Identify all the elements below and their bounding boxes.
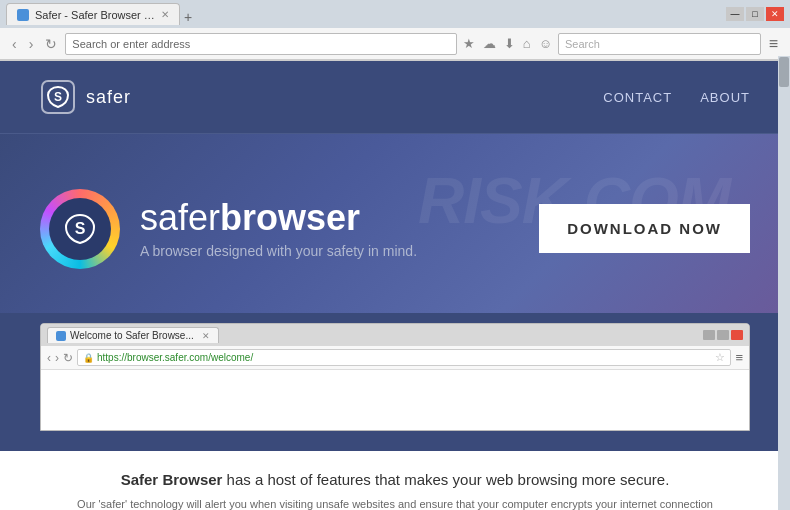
- home-icon[interactable]: ⌂: [521, 34, 533, 53]
- preview-close: [731, 330, 743, 340]
- close-button[interactable]: ✕: [766, 7, 784, 21]
- preview-refresh-button: ↻: [63, 351, 73, 365]
- address-bar[interactable]: Search or enter address: [65, 33, 456, 55]
- tab-favicon: [17, 9, 29, 21]
- window-controls: — □ ✕: [726, 7, 784, 21]
- site-header: S safer CONTACT ABOUT: [0, 61, 790, 133]
- hero-title-part2: browser: [220, 197, 360, 238]
- navigation-bar: ‹ › ↻ Search or enter address ★ ☁ ⬇ ⌂ ☺ …: [0, 28, 790, 60]
- search-bar[interactable]: Search: [558, 33, 761, 55]
- svg-text:S: S: [54, 90, 62, 104]
- browser-window: Safer - Safer Browser - Fast, Se... ✕ + …: [0, 0, 790, 510]
- scrollbar-thumb[interactable]: [779, 57, 789, 87]
- hero-section: RISK.COM S saferbrowser A browser design…: [0, 133, 790, 313]
- preview-navbar: ‹ › ↻ 🔒 https://browser.safer.com/welcom…: [41, 346, 749, 370]
- maximize-button[interactable]: □: [746, 7, 764, 21]
- back-button[interactable]: ‹: [8, 34, 21, 54]
- preview-address-bar: 🔒 https://browser.safer.com/welcome/ ☆: [77, 349, 731, 366]
- hero-title: saferbrowser: [140, 198, 417, 238]
- hero-logo-ring: S: [40, 189, 120, 269]
- browser-chrome: Safer - Safer Browser - Fast, Se... ✕ + …: [0, 0, 790, 61]
- safer-logo-icon: S: [40, 79, 76, 115]
- preview-lock-icon: 🔒: [83, 353, 94, 363]
- site-logo: S safer: [40, 79, 131, 115]
- site-navigation: CONTACT ABOUT: [603, 90, 750, 105]
- preview-win-controls: [703, 330, 743, 340]
- hero-text: saferbrowser A browser designed with you…: [140, 198, 417, 260]
- title-bar: Safer - Safer Browser - Fast, Se... ✕ + …: [0, 0, 790, 28]
- info-title: Safer Browser has a host of features tha…: [40, 471, 750, 488]
- logo-text: safer: [86, 87, 131, 108]
- website-content: S safer CONTACT ABOUT RISK.COM S: [0, 61, 790, 510]
- menu-button[interactable]: ≡: [765, 33, 782, 55]
- preview-tab: Welcome to Safer Browse... ✕: [47, 327, 219, 343]
- profile-icon[interactable]: ☺: [537, 34, 554, 53]
- tab-area: Safer - Safer Browser - Fast, Se... ✕ +: [6, 3, 196, 25]
- preview-forward-button: ›: [55, 351, 59, 365]
- preview-content-area: [41, 370, 749, 430]
- hero-left: S saferbrowser A browser designed with y…: [40, 189, 417, 269]
- preview-url: https://browser.safer.com/welcome/: [97, 352, 253, 363]
- refresh-button[interactable]: ↻: [41, 34, 61, 54]
- browser-preview-section: Welcome to Safer Browse... ✕ ‹ › ↻ 🔒: [0, 313, 790, 451]
- hero-logo-svg: S: [60, 209, 100, 249]
- minimize-button[interactable]: —: [726, 7, 744, 21]
- svg-text:S: S: [75, 220, 86, 237]
- tab-close-button[interactable]: ✕: [161, 9, 169, 20]
- browser-preview: Welcome to Safer Browse... ✕ ‹ › ↻ 🔒: [40, 323, 750, 431]
- hero-subtitle: A browser designed with your safety in m…: [140, 243, 417, 259]
- scrollbar[interactable]: [778, 56, 790, 510]
- preview-back-button: ‹: [47, 351, 51, 365]
- forward-button[interactable]: ›: [25, 34, 38, 54]
- cloud-icon[interactable]: ☁: [481, 34, 498, 53]
- title-bar-left: Safer - Safer Browser - Fast, Se... ✕ +: [6, 3, 196, 25]
- info-title-rest: has a host of features that makes your w…: [222, 471, 669, 488]
- preview-tab-close: ✕: [202, 331, 210, 341]
- about-nav-link[interactable]: ABOUT: [700, 90, 750, 105]
- search-placeholder: Search: [565, 38, 600, 50]
- preview-star-icon: ☆: [715, 351, 725, 364]
- info-title-strong: Safer Browser: [121, 471, 223, 488]
- info-body: Our 'safer' technology will alert you wh…: [55, 496, 735, 510]
- download-icon[interactable]: ⬇: [502, 34, 517, 53]
- preview-titlebar: Welcome to Safer Browse... ✕: [41, 324, 749, 346]
- bookmark-icon[interactable]: ★: [461, 34, 477, 53]
- contact-nav-link[interactable]: CONTACT: [603, 90, 672, 105]
- preview-tab-title: Welcome to Safer Browse...: [70, 330, 194, 341]
- download-now-button[interactable]: DOWNLOAD NOW: [539, 204, 750, 253]
- tab-title: Safer - Safer Browser - Fast, Se...: [35, 9, 155, 21]
- preview-maximize: [717, 330, 729, 340]
- address-placeholder: Search or enter address: [72, 38, 190, 50]
- hero-logo-inner: S: [49, 198, 111, 260]
- new-tab-button[interactable]: +: [180, 9, 196, 25]
- info-section: Safer Browser has a host of features tha…: [0, 451, 790, 510]
- preview-favicon: [56, 331, 66, 341]
- preview-minimize: [703, 330, 715, 340]
- hero-title-part1: safer: [140, 197, 220, 238]
- browser-tab[interactable]: Safer - Safer Browser - Fast, Se... ✕: [6, 3, 180, 25]
- preview-menu-icon: ≡: [735, 350, 743, 365]
